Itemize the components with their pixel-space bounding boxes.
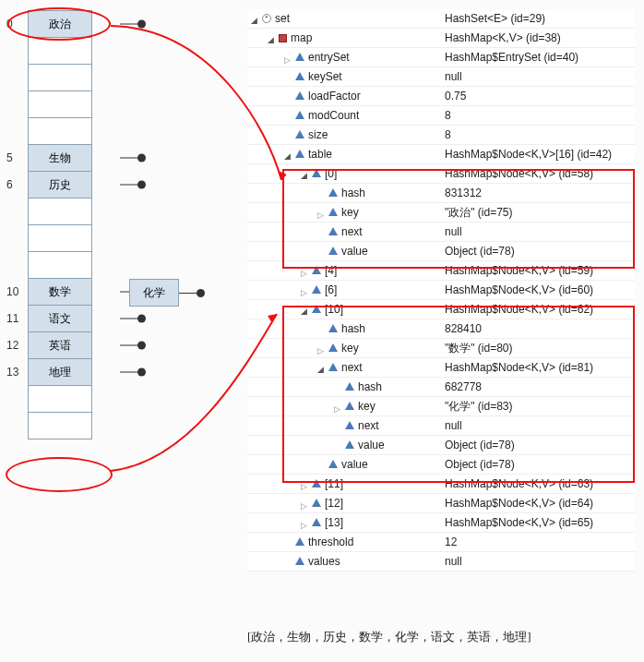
collapse-icon[interactable] (301, 479, 310, 488)
tree-row[interactable]: key"政治" (id=75) (247, 203, 635, 223)
collapse-icon[interactable] (301, 266, 310, 275)
bucket-label: 数学 (49, 284, 71, 300)
field-value: HashMap$Node<K,V> (id=65) (441, 516, 593, 529)
bucket-index: 13 (6, 366, 18, 379)
bucket-slot (28, 64, 92, 91)
tree-row[interactable]: key"化学" (id=83) (247, 397, 635, 416)
bucket-slot: 6历史 (28, 171, 92, 199)
tree-row[interactable]: [10]HashMap$Node<K,V> (id=62) (247, 300, 635, 319)
tree-row[interactable]: setHashSet<E> (id=29) (247, 9, 635, 29)
tree-row[interactable]: loadFactor0.75 (247, 87, 635, 106)
bucket-label: 政治 (49, 17, 71, 32)
field-value: Object (id=78) (441, 439, 515, 451)
tree-row[interactable]: [11]HashMap$Node<K,V> (id=63) (247, 475, 635, 494)
field-type-icon (312, 518, 321, 526)
field-name: key (341, 206, 359, 219)
field-value: HashMap<K,V> (id=38) (441, 31, 561, 44)
expand-icon[interactable] (268, 33, 277, 42)
tree-row[interactable]: hash828410 (247, 319, 635, 339)
expand-icon[interactable] (251, 14, 260, 23)
highlight-ellipse-10 (6, 457, 113, 492)
tree-row[interactable]: tableHashMap$Node<K,V>[16] (id=42) (247, 145, 635, 164)
bucket-slot (28, 224, 92, 252)
terminator-dot (120, 345, 142, 346)
field-name: next (341, 361, 363, 374)
bucket-slot: 5生物 (28, 144, 92, 172)
expand-icon[interactable] (317, 363, 327, 372)
field-value: Object (id=78) (441, 458, 515, 471)
tree-row[interactable]: modCount8 (247, 106, 635, 126)
output-text: [政治，生物，历史，数学，化学，语文，英语，地理] (247, 629, 531, 645)
field-type-icon (328, 324, 338, 332)
tree-row[interactable]: entrySetHashMap$EntrySet (id=40) (247, 48, 635, 67)
field-value: null (441, 419, 462, 432)
tree-row[interactable]: [12]HashMap$Node<K,V> (id=64) (247, 494, 635, 513)
tree-row[interactable]: nextHashMap$Node<K,V> (id=81) (247, 358, 635, 378)
tree-row[interactable]: [0]HashMap$Node<K,V> (id=58) (247, 164, 635, 184)
bucket-index: 12 (6, 339, 18, 352)
terminator-dot (120, 372, 142, 373)
bucket-label: 地理 (49, 365, 71, 380)
spacer (317, 188, 327, 198)
bucket-label: 历史 (49, 177, 71, 193)
field-type-icon (328, 208, 338, 216)
bucket-index: 5 (6, 151, 13, 164)
tree-row[interactable]: valueObject (id=78) (247, 436, 635, 455)
field-name: keySet (308, 70, 342, 83)
spacer (334, 421, 343, 430)
bucket-index: 10 (6, 285, 18, 298)
field-name: table (308, 148, 332, 161)
field-value: 831312 (441, 187, 482, 199)
field-value: HashMap$Node<K,V> (id=64) (441, 497, 593, 510)
expand-icon[interactable] (284, 150, 293, 159)
collapse-icon[interactable] (301, 518, 310, 527)
collapse-icon[interactable] (317, 208, 327, 217)
tree-row[interactable]: threshold12 (247, 533, 635, 552)
tree-row[interactable]: nextnull (247, 416, 635, 436)
collapse-icon[interactable] (317, 343, 327, 353)
field-name: hash (341, 322, 365, 335)
field-name: map (291, 31, 312, 44)
field-type-icon (295, 537, 304, 546)
debugger-variables-tree: setHashSet<E> (id=29) mapHashMap<K,V> (i… (247, 9, 635, 572)
tree-row[interactable]: [6]HashMap$Node<K,V> (id=60) (247, 281, 635, 300)
field-value: HashMap$Node<K,V> (id=81) (441, 361, 593, 374)
expand-icon[interactable] (301, 169, 310, 178)
tree-row[interactable]: mapHashMap<K,V> (id=38) (247, 29, 635, 48)
spacer (284, 130, 293, 139)
bucket-slot (28, 37, 92, 65)
tree-row[interactable]: valueObject (id=78) (247, 242, 635, 261)
field-value: "数学" (id=80) (441, 341, 513, 356)
field-type-icon (295, 72, 304, 80)
collapse-icon[interactable] (301, 499, 310, 508)
field-name: [0] (325, 167, 337, 180)
collapse-icon[interactable] (284, 53, 293, 62)
tree-row[interactable]: valueObject (id=78) (247, 455, 635, 475)
field-type-icon (312, 305, 321, 313)
tree-row[interactable]: hash831312 (247, 184, 635, 203)
spacer (317, 324, 327, 333)
tree-row[interactable]: valuesnull (247, 552, 635, 572)
field-type-icon (295, 150, 304, 158)
tree-row[interactable]: [4]HashMap$Node<K,V> (id=59) (247, 261, 635, 281)
tree-row[interactable]: nextnull (247, 223, 635, 242)
collapse-icon[interactable] (301, 285, 310, 295)
collapse-icon[interactable] (334, 402, 343, 411)
tree-row[interactable]: size8 (247, 126, 635, 145)
tree-row[interactable]: hash682778 (247, 378, 635, 397)
tree-row[interactable]: [13]HashMap$Node<K,V> (id=65) (247, 513, 635, 533)
tree-row[interactable]: key"数学" (id=80) (247, 339, 635, 358)
field-type-icon (345, 440, 354, 449)
spacer (284, 72, 293, 81)
bucket-label: 语文 (49, 311, 71, 327)
bucket-slot (28, 198, 92, 225)
bucket-slot (28, 412, 92, 439)
field-value: 8 (441, 109, 451, 122)
field-name: set (275, 12, 290, 25)
field-type-icon (295, 111, 304, 119)
bucket-slot (28, 90, 92, 118)
field-value: HashMap$Node<K,V> (id=62) (441, 303, 593, 316)
field-name: [4] (325, 264, 337, 277)
expand-icon[interactable] (301, 305, 310, 314)
tree-row[interactable]: keySetnull (247, 67, 635, 87)
